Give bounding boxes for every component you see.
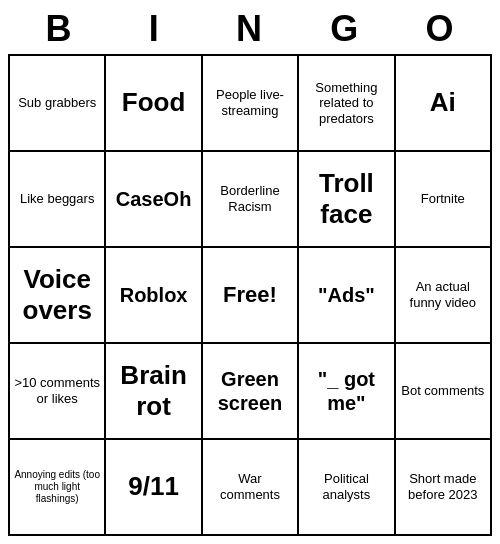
title-o: O <box>393 8 488 50</box>
bingo-cell-6: CaseOh <box>106 152 202 248</box>
bingo-cell-13: "Ads" <box>299 248 395 344</box>
bingo-cell-2: People live-streaming <box>203 56 299 152</box>
bingo-cell-21: 9/11 <box>106 440 202 536</box>
bingo-cell-18: "_ got me" <box>299 344 395 440</box>
title-n: N <box>202 8 297 50</box>
title-b: B <box>12 8 107 50</box>
bingo-cell-14: An actual funny video <box>396 248 492 344</box>
bingo-cell-15: >10 comments or likes <box>10 344 106 440</box>
title-i: I <box>107 8 202 50</box>
bingo-cell-7: Borderline Racism <box>203 152 299 248</box>
bingo-title: B I N G O <box>8 8 492 50</box>
bingo-cell-17: Green screen <box>203 344 299 440</box>
bingo-cell-8: Troll face <box>299 152 395 248</box>
bingo-cell-20: Annoying edits (too much light flashings… <box>10 440 106 536</box>
bingo-cell-1: Food <box>106 56 202 152</box>
bingo-cell-16: Brain rot <box>106 344 202 440</box>
bingo-cell-5: Like beggars <box>10 152 106 248</box>
bingo-cell-4: Ai <box>396 56 492 152</box>
title-g: G <box>298 8 393 50</box>
bingo-cell-10: Voice overs <box>10 248 106 344</box>
bingo-cell-22: War comments <box>203 440 299 536</box>
bingo-cell-19: Bot comments <box>396 344 492 440</box>
bingo-cell-9: Fortnite <box>396 152 492 248</box>
bingo-cell-24: Short made before 2023 <box>396 440 492 536</box>
bingo-grid: Sub grabbersFoodPeople live-streamingSom… <box>8 54 492 536</box>
bingo-cell-23: Political analysts <box>299 440 395 536</box>
bingo-cell-12: Free! <box>203 248 299 344</box>
bingo-cell-0: Sub grabbers <box>10 56 106 152</box>
bingo-cell-3: Something related to predators <box>299 56 395 152</box>
bingo-cell-11: Roblox <box>106 248 202 344</box>
